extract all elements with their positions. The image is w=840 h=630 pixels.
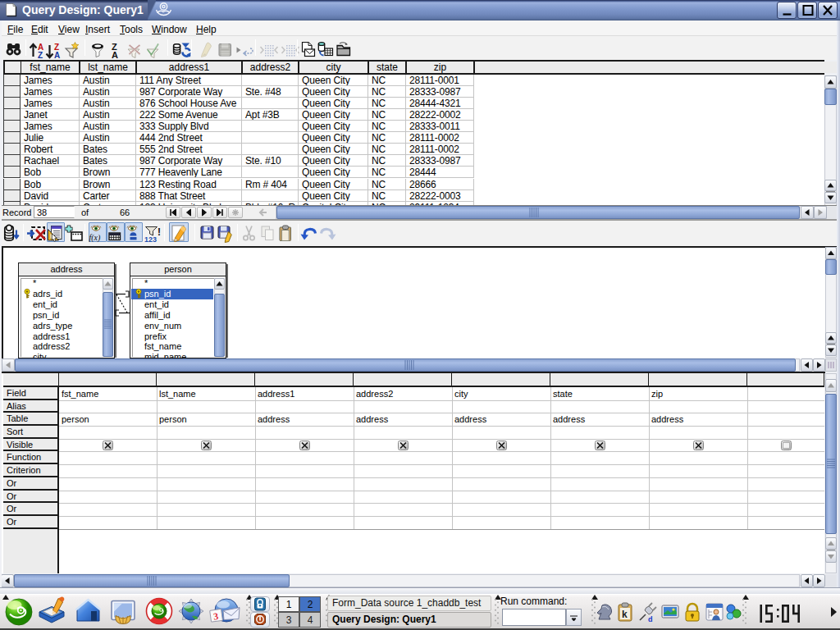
svg-text:!: !: [158, 226, 161, 238]
svg-text:A: A: [112, 50, 118, 60]
svg-text:123: 123: [144, 235, 157, 244]
svg-text:d: d: [648, 615, 653, 623]
svg-text:A: A: [54, 51, 60, 60]
svg-text:k: k: [622, 609, 628, 620]
svg-text:f(x): f(x): [89, 233, 102, 243]
svg-text:Z: Z: [38, 51, 43, 60]
